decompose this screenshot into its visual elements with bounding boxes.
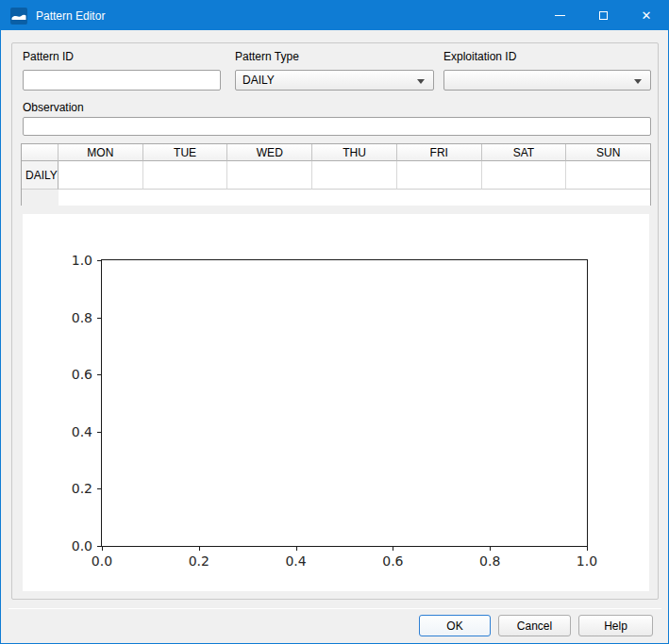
pattern-type-label: Pattern Type — [235, 50, 299, 63]
y-axis-tick-mark — [97, 432, 101, 433]
window-controls: ✕ — [538, 1, 668, 30]
table-header-row: MON TUE WED THU FRI SAT SUN — [22, 144, 650, 161]
pattern-editor-dialog: Pattern Editor ✕ Pattern ID Pattern Type… — [0, 0, 669, 644]
column-header-wed[interactable]: WED — [227, 144, 312, 161]
column-header-sun[interactable]: SUN — [566, 144, 650, 161]
x-axis-tick-mark — [587, 547, 588, 551]
x-axis-tick-label: 0.8 — [479, 553, 500, 569]
y-axis-tick-mark — [97, 318, 101, 319]
x-axis-tick-mark — [102, 547, 103, 551]
chart-canvas: 0.00.20.40.60.81.00.00.20.40.60.81.0 — [23, 214, 649, 591]
ok-button[interactable]: OK — [419, 615, 491, 636]
y-axis-tick-label: 0.6 — [72, 367, 92, 382]
y-axis-tick-mark — [97, 488, 101, 489]
x-axis-tick-mark — [490, 547, 491, 551]
chevron-down-icon — [634, 79, 642, 84]
cell-daily-sat[interactable] — [482, 161, 567, 190]
x-axis-tick-label: 0.2 — [189, 553, 209, 569]
window-title: Pattern Editor — [36, 9, 105, 23]
y-axis-tick-label: 0.8 — [72, 310, 92, 325]
minimize-button[interactable] — [538, 1, 581, 30]
maximize-icon — [599, 11, 608, 20]
table-filler-row — [22, 190, 650, 206]
cell-daily-wed[interactable] — [227, 161, 312, 190]
column-header-tue[interactable]: TUE — [143, 144, 228, 161]
observation-label: Observation — [23, 101, 84, 114]
week-table: MON TUE WED THU FRI SAT SUN DAILY — [21, 143, 651, 206]
row-header-daily[interactable]: DAILY — [22, 161, 59, 190]
wave-pattern-icon — [10, 8, 27, 25]
footer-separator — [8, 608, 661, 609]
x-axis-tick-mark — [393, 547, 393, 551]
x-axis-tick-mark — [199, 547, 200, 551]
y-axis-tick-mark — [97, 546, 101, 547]
y-axis-tick-mark — [97, 374, 101, 375]
column-header-sat[interactable]: SAT — [482, 144, 567, 161]
x-axis-tick-label: 0.4 — [285, 553, 306, 569]
pattern-id-label: Pattern ID — [23, 50, 74, 63]
table-filler-header — [22, 190, 59, 206]
column-header-thu[interactable]: THU — [312, 144, 397, 161]
column-header-mon[interactable]: MON — [59, 144, 143, 161]
chevron-down-icon — [417, 79, 425, 84]
exploitation-id-label: Exploitation ID — [443, 50, 516, 63]
x-axis-tick-mark — [296, 547, 297, 551]
cell-daily-mon[interactable] — [59, 161, 143, 190]
y-axis-tick-label: 0.4 — [72, 424, 92, 439]
titlebar[interactable]: Pattern Editor ✕ — [1, 1, 668, 30]
pattern-type-combobox[interactable]: DAILY — [235, 70, 434, 91]
close-button[interactable]: ✕ — [625, 1, 668, 30]
chart-axes: 0.00.20.40.60.81.00.00.20.40.60.81.0 — [101, 259, 588, 547]
cell-daily-fri[interactable] — [397, 161, 482, 190]
y-axis-tick-mark — [97, 260, 101, 261]
observation-input[interactable] — [23, 117, 651, 136]
x-axis-tick-label: 1.0 — [577, 553, 597, 569]
y-axis-tick-label: 0.2 — [72, 481, 92, 496]
x-axis-tick-label: 0.0 — [92, 553, 112, 569]
table-corner-cell — [22, 144, 59, 161]
y-axis-tick-label: 0.0 — [72, 538, 92, 553]
maximize-button[interactable] — [581, 1, 625, 30]
column-header-fri[interactable]: FRI — [397, 144, 482, 161]
editor-panel: Pattern ID Pattern Type Exploitation ID … — [11, 42, 659, 600]
cell-daily-sun[interactable] — [566, 161, 650, 190]
close-icon: ✕ — [642, 9, 652, 22]
table-row-daily: DAILY — [22, 161, 650, 190]
pattern-type-value: DAILY — [243, 74, 275, 87]
table-filler-viewport — [59, 190, 650, 206]
x-axis-tick-label: 0.6 — [382, 553, 403, 569]
cell-daily-tue[interactable] — [143, 161, 228, 190]
cell-daily-thu[interactable] — [312, 161, 397, 190]
y-axis-tick-label: 1.0 — [72, 253, 92, 268]
minimize-icon — [555, 15, 565, 16]
pattern-id-input[interactable] — [23, 70, 221, 91]
cancel-button[interactable]: Cancel — [498, 615, 571, 636]
exploitation-id-combobox[interactable] — [443, 70, 651, 91]
help-button[interactable]: Help — [578, 615, 653, 636]
